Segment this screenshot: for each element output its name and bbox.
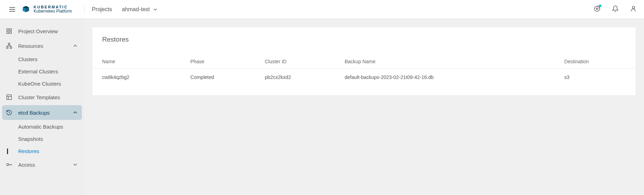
breadcrumb: Projects ahmad-test — [92, 6, 158, 13]
svg-rect-12 — [10, 47, 12, 49]
sidebar-item-label: Resources — [18, 43, 72, 49]
breadcrumb-projects[interactable]: Projects — [92, 6, 112, 13]
svg-rect-9 — [10, 32, 12, 34]
column-header-cluster-id[interactable]: Cluster ID — [260, 55, 340, 69]
sidebar-item-cluster-templates[interactable]: Cluster Templates — [0, 90, 84, 104]
sidebar-item-label: Clusters — [18, 56, 37, 62]
svg-rect-6 — [7, 29, 8, 30]
main-content: Restores Name Phase Cluster ID Backup Na… — [84, 19, 644, 195]
project-selector[interactable]: ahmad-test — [122, 6, 158, 13]
svg-point-4 — [596, 8, 598, 10]
column-header-name[interactable]: Name — [92, 55, 185, 69]
sidebar-item-label: External Clusters — [18, 68, 58, 74]
sidebar-item-label: Snapshots — [18, 136, 43, 142]
sidebar-item-external-clusters[interactable]: External Clusters — [0, 65, 84, 78]
user-icon — [630, 5, 637, 12]
logo-text: KUBERMATIC Kubernetes Platform — [34, 5, 72, 13]
chevron-up-icon — [72, 109, 78, 116]
history-icon — [6, 109, 13, 116]
sidebar-item-resources[interactable]: Resources — [0, 38, 84, 53]
sidebar-item-automatic-backups[interactable]: Automatic Backups — [0, 121, 84, 133]
sidebar-item-restores[interactable]: Restores — [0, 145, 84, 157]
changelog-button[interactable] — [592, 4, 602, 15]
bell-icon — [612, 5, 619, 12]
svg-rect-10 — [8, 43, 10, 45]
hamburger-icon — [8, 6, 16, 13]
cell-backup-name: default-backups-2023-02-21t09-42-16.db — [340, 69, 559, 86]
key-icon — [6, 161, 13, 168]
card-padding — [92, 86, 636, 95]
sidebar-item-label: Access — [18, 162, 72, 168]
sidebar-item-label: Cluster Templates — [18, 94, 78, 100]
sidebar-item-label: Automatic Backups — [18, 124, 63, 130]
sidebar-item-access[interactable]: Access — [0, 157, 84, 172]
chevron-up-icon — [72, 43, 78, 49]
logo-mark-icon — [22, 5, 30, 14]
column-header-destination[interactable]: Destination — [559, 55, 636, 69]
svg-point-22 — [7, 164, 9, 166]
notification-dot — [599, 5, 601, 7]
sidebar-item-clusters[interactable]: Clusters — [0, 53, 84, 65]
cell-cluster-id: pb2cx2kxd2 — [260, 69, 340, 86]
restores-card: Restores Name Phase Cluster ID Backup Na… — [92, 27, 636, 95]
hamburger-menu-button[interactable] — [6, 3, 19, 16]
sidebar-item-etcd-backups[interactable]: etcd Backups — [2, 105, 82, 120]
logo[interactable]: KUBERMATIC Kubernetes Platform — [22, 5, 72, 14]
top-header: KUBERMATIC Kubernetes Platform Projects … — [0, 0, 644, 19]
template-icon — [6, 94, 13, 101]
column-header-phase[interactable]: Phase — [185, 55, 260, 69]
svg-rect-11 — [7, 47, 8, 49]
svg-point-5 — [632, 6, 635, 9]
user-menu-button[interactable] — [629, 4, 638, 15]
cell-destination: s3 — [559, 69, 636, 86]
chevron-down-icon — [72, 161, 78, 168]
header-actions — [592, 4, 638, 15]
sidebar-item-label: Project Overview — [18, 28, 78, 34]
svg-line-21 — [9, 113, 10, 113]
table-row[interactable]: cw8k4qzbg2 Completed pb2cx2kxd2 default-… — [92, 69, 636, 86]
header-divider — [84, 5, 85, 14]
page-title: Restores — [92, 27, 636, 55]
sidebar-item-snapshots[interactable]: Snapshots — [0, 133, 84, 145]
svg-rect-7 — [10, 29, 12, 30]
svg-rect-8 — [7, 32, 8, 34]
project-name: ahmad-test — [122, 6, 150, 13]
cell-name: cw8k4qzbg2 — [92, 69, 185, 86]
hierarchy-icon — [6, 42, 13, 49]
notifications-button[interactable] — [610, 4, 620, 15]
sidebar-item-label: Restores — [18, 148, 39, 154]
sidebar: Project Overview Resources Clusters Exte… — [0, 19, 84, 195]
column-header-backup-name[interactable]: Backup Name — [340, 55, 559, 69]
sidebar-item-label: etcd Backups — [18, 110, 72, 116]
chevron-down-icon — [153, 7, 158, 12]
cell-phase: Completed — [185, 69, 260, 86]
sidebar-item-project-overview[interactable]: Project Overview — [0, 24, 84, 38]
table-header-row: Name Phase Cluster ID Backup Name Destin… — [92, 55, 636, 69]
svg-rect-17 — [7, 95, 12, 100]
logo-text-bottom: Kubernetes Platform — [34, 9, 72, 13]
restores-table: Name Phase Cluster ID Backup Name Destin… — [92, 55, 636, 86]
grid-icon — [6, 28, 13, 35]
sidebar-item-kubeone-clusters[interactable]: KubeOne Clusters — [0, 78, 84, 90]
sidebar-item-label: KubeOne Clusters — [18, 81, 61, 87]
